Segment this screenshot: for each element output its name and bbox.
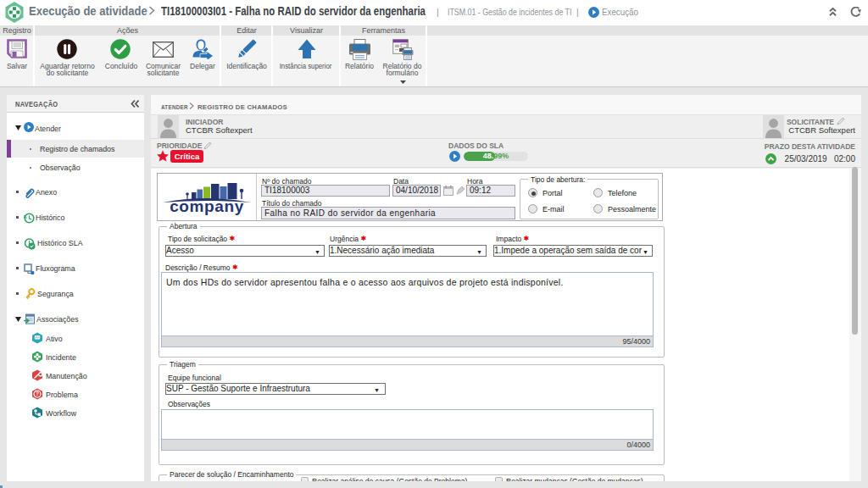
svg-text:company: company xyxy=(170,197,244,214)
svg-text:?: ? xyxy=(36,391,39,396)
